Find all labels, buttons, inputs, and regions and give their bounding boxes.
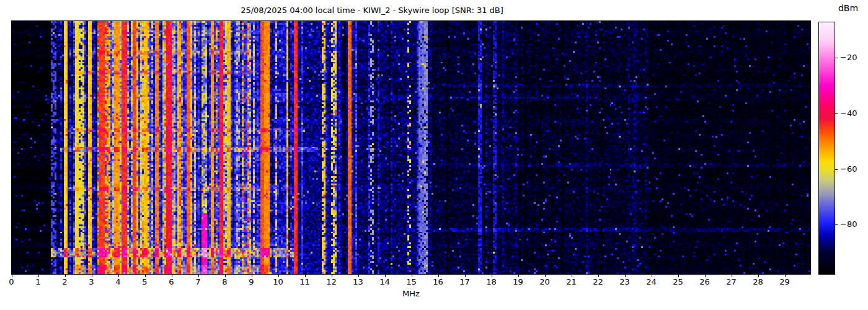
x-tick-label: 27 [726, 277, 737, 286]
x-tick-label: 16 [433, 277, 443, 286]
colorbar-tick-label: −20 [840, 53, 857, 62]
colorbar-tick-label: −60 [840, 164, 857, 174]
colorbar-tick-mark [835, 224, 838, 225]
x-tick-label: 26 [699, 277, 710, 286]
x-tick-label: 23 [619, 277, 630, 286]
colorbar-gradient [818, 22, 835, 275]
x-tick-label: 8 [222, 277, 227, 286]
x-tick-label: 6 [169, 277, 174, 286]
x-tick-label: 5 [142, 277, 147, 286]
colorbar-tick-mark [835, 113, 838, 114]
x-tick-label: 11 [299, 277, 310, 286]
chart-title: 25/08/2025 04:00 local time - KIWI_2 - S… [241, 6, 503, 15]
plot-area [11, 20, 811, 275]
colorbar-tick-mark [835, 169, 838, 170]
x-tick-label: 17 [459, 277, 470, 286]
x-tick-label: 10 [273, 277, 283, 286]
x-tick-label: 24 [646, 277, 657, 286]
x-tick-label: 22 [593, 277, 603, 286]
colorbar-tick-mark [835, 58, 838, 58]
x-tick-label: 21 [566, 277, 577, 286]
x-tick-label: 19 [513, 277, 523, 286]
x-tick-label: 7 [195, 277, 200, 286]
x-tick-label: 1 [35, 277, 40, 286]
x-tick-label: 2 [62, 277, 67, 286]
x-tick-label: 18 [486, 277, 497, 286]
x-tick-label: 25 [673, 277, 683, 286]
x-tick-label: 28 [753, 277, 763, 286]
x-tick-label: 15 [406, 277, 417, 286]
x-tick-label: 13 [353, 277, 363, 286]
spectrogram-canvas [12, 21, 810, 274]
x-tick-label: 12 [326, 277, 337, 286]
colorbar-tick-label: −40 [840, 108, 857, 118]
colorbar-tick-label: −80 [840, 219, 857, 229]
spectrogram-figure: 25/08/2025 04:00 local time - KIWI_2 - S… [0, 0, 868, 310]
x-tick-label: 0 [9, 277, 14, 286]
x-tick-label: 4 [115, 277, 120, 286]
x-tick-label: 20 [539, 277, 550, 286]
x-axis-label: MHz [402, 289, 420, 298]
x-tick-label: 9 [249, 277, 254, 286]
x-tick-label: 14 [379, 277, 390, 286]
colorbar-label: dBm [838, 3, 858, 13]
x-tick-label: 3 [89, 277, 94, 286]
x-tick-label: 29 [779, 277, 790, 286]
